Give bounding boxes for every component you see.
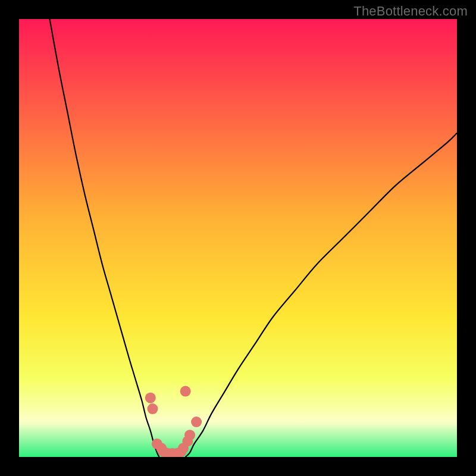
watermark-text: TheBottleneck.com <box>353 4 468 19</box>
bottleneck-chart <box>19 19 457 457</box>
data-point <box>180 386 191 397</box>
data-point <box>184 430 195 440</box>
data-point <box>145 393 156 403</box>
gradient-background <box>19 19 457 457</box>
data-point <box>191 416 202 427</box>
chart-frame: TheBottleneck.com <box>0 0 476 476</box>
data-point <box>147 403 158 414</box>
